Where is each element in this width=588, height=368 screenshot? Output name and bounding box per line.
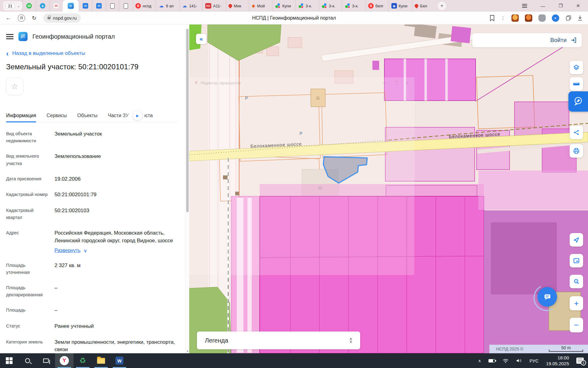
search-on-map-button[interactable]	[570, 275, 583, 288]
document-icon	[110, 3, 115, 9]
tab-mail-blue-2[interactable]: ✉	[92, 0, 106, 12]
tab-label: А11-	[213, 4, 221, 8]
wifi-icon[interactable]	[503, 358, 509, 363]
tab-map-mik[interactable]: Мик	[226, 0, 249, 12]
tab-badge-50[interactable]: 50	[22, 0, 36, 12]
word-icon: W	[115, 357, 123, 365]
recycle-app-icon: ♻	[79, 356, 86, 365]
tab-services[interactable]: Сервисы	[47, 113, 67, 118]
field-row: Дата присвоения19.02.2006	[6, 175, 178, 183]
tab-telegram[interactable]: ➤	[36, 0, 49, 12]
minimize-button[interactable]: —	[541, 3, 545, 9]
legend-toggle-icon[interactable]: ∧ ∨	[349, 338, 352, 343]
tabs-panel-icon[interactable]	[565, 15, 571, 21]
tab-doc-2[interactable]	[119, 0, 133, 12]
app-icon: ◉	[391, 3, 397, 9]
tab-yandex-belg[interactable]: Ябелг	[365, 0, 389, 12]
map-footer-strip: НСПД 2025 © 50 m	[489, 345, 588, 353]
portal-logo-icon	[18, 32, 28, 41]
tab-moy[interactable]: ◆Мой	[249, 0, 272, 12]
legend-bar[interactable]: Легенда ∧ ∨	[197, 332, 360, 349]
login-bar[interactable]: Войти	[472, 33, 582, 47]
scrollbar-thumb[interactable]	[186, 29, 189, 212]
ghost-screenshot-editor-window: Y Редактор скриншотов —❐✕	[189, 77, 414, 275]
menu-icon[interactable]	[6, 33, 13, 40]
tab-3k-2[interactable]: 3-к.	[319, 0, 342, 12]
downloads-icon[interactable]	[578, 15, 582, 21]
chevron-down-icon: ⌄	[17, 4, 20, 8]
print-button[interactable]	[570, 144, 583, 158]
locate-arrow-icon	[573, 237, 579, 243]
tab-mail-blue-1[interactable]: ✉	[79, 0, 92, 12]
tab-cloud-141[interactable]: ☁141-	[179, 0, 202, 12]
tab-3k-1[interactable]: 3-к.	[296, 0, 319, 12]
extensions-menu-icon[interactable]: ⋮	[501, 15, 505, 21]
refresh-icon[interactable]: ↻	[32, 15, 36, 21]
yandex-home-icon[interactable]: Я	[18, 14, 25, 22]
tray-expand-icon[interactable]: ∧	[478, 358, 481, 363]
field-row: СтатусРанее учтенный	[6, 323, 178, 330]
tab-mail-red[interactable]: ✉	[49, 0, 63, 12]
windows-taskbar: Y ♻ W ∧ РУС 18:00 19.05.2025 1	[0, 353, 588, 368]
screen-tool-icon[interactable]: ▸	[552, 14, 559, 22]
task-view-button[interactable]	[37, 353, 55, 368]
extension-icon-3[interactable]	[538, 14, 546, 22]
taskbar-file-explorer[interactable]	[92, 353, 110, 368]
tab-doc-1[interactable]	[106, 0, 119, 12]
language-indicator[interactable]: РУС	[530, 358, 539, 363]
clock[interactable]: 18:00 19.05.2025	[546, 355, 569, 367]
share-button[interactable]	[570, 126, 583, 139]
url-field[interactable]: nspd.gov.ru	[43, 13, 81, 23]
layers-button[interactable]	[570, 61, 583, 74]
draw-object-tool-button[interactable]	[568, 91, 588, 112]
expand-address-link[interactable]: Развернуть ∨	[55, 248, 178, 254]
tab-information[interactable]: Информация	[6, 113, 36, 118]
tab-cloud-9ap[interactable]: ☁9 ап	[156, 0, 179, 12]
tab-3k-3[interactable]: 3-к.	[342, 0, 365, 12]
panel-scrollbar[interactable]: ▾	[185, 28, 189, 353]
attribute-list: Вид объекта недвижимостиЗемельный участо…	[6, 130, 178, 353]
tabs-next-button[interactable]: ▶	[133, 111, 142, 120]
locate-button[interactable]	[570, 233, 583, 247]
start-button[interactable]	[0, 353, 18, 368]
taskbar-yandex-browser[interactable]: Y	[55, 353, 74, 368]
notification-center-icon[interactable]: 1	[576, 358, 584, 364]
extension-icon-1[interactable]	[511, 14, 519, 22]
address-bar: ← Я ↻ nspd.gov.ru НСПД | Геоинформационн…	[0, 12, 588, 25]
collapse-panel-button[interactable]: «	[196, 34, 206, 44]
taskbar-green-app[interactable]: ♻	[74, 353, 92, 368]
battery-icon[interactable]	[488, 359, 495, 362]
back-to-selected-objects-link[interactable]: ‹ Назад в выделенные объекты	[6, 50, 178, 56]
speaker-icon[interactable]	[516, 358, 522, 363]
tab-kupi-1[interactable]: Купи	[272, 0, 296, 12]
tab-map-bel[interactable]: Бел	[412, 0, 435, 12]
restore-button[interactable]: ❐	[559, 3, 563, 9]
close-button[interactable]: ✕	[576, 3, 580, 9]
taskbar-word[interactable]: W	[110, 353, 129, 368]
zoom-out-button[interactable]: −	[570, 318, 583, 332]
map-pin-icon	[414, 3, 419, 9]
new-tab-button[interactable]: +	[438, 2, 446, 10]
taskbar-search-button[interactable]	[18, 353, 37, 368]
chat-button[interactable]	[537, 287, 557, 307]
tab-pdf-a11[interactable]: PDFА11-	[202, 0, 226, 12]
tab-counter[interactable]: 21 ⌄	[3, 1, 22, 10]
minimap-button[interactable]	[570, 254, 583, 267]
tab-yandex-nspd[interactable]: Янспд	[133, 0, 156, 12]
map-pin-icon	[228, 3, 233, 9]
window-controls: — ❐ ✕	[522, 3, 588, 9]
bookmark-icon[interactable]	[490, 15, 495, 21]
extension-icon-2[interactable]	[525, 14, 532, 22]
tab-objects[interactable]: Объекты	[77, 113, 97, 118]
tab-nspd-active[interactable]: ≋	[63, 0, 79, 12]
favorite-button[interactable]: ☆	[6, 78, 23, 95]
browser-menu-icon[interactable]	[522, 3, 527, 9]
windows-icon	[6, 357, 13, 364]
tab-kupi-2[interactable]: ◉Купи	[389, 0, 412, 12]
measure-button[interactable]	[570, 77, 583, 91]
chevrons-left-icon: «	[200, 36, 203, 42]
zoom-in-button[interactable]: +	[570, 296, 583, 310]
back-icon[interactable]: ←	[6, 15, 11, 21]
tab-label: нспд	[143, 4, 151, 8]
map-viewport[interactable]: 11 12 Р Р Белокаменное шоссе Белокаменно…	[189, 25, 588, 353]
